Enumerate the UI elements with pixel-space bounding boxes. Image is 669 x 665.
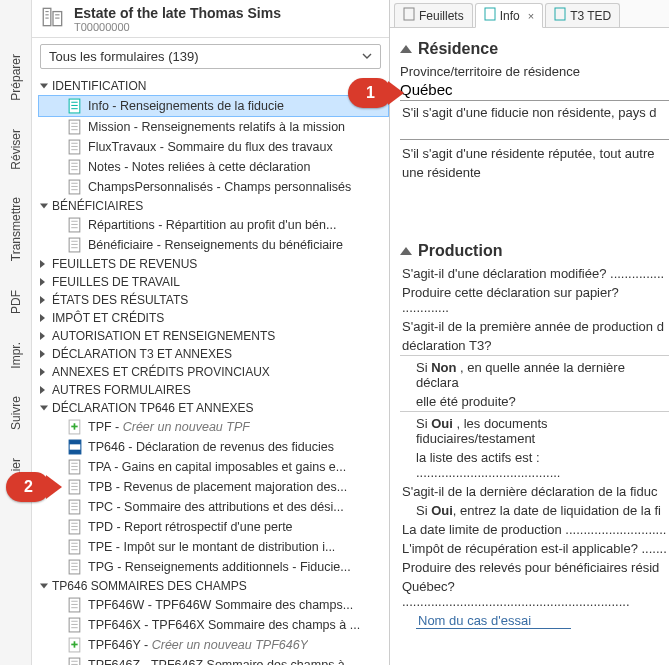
form-view: Feuillets Info × T3 TED Résidence Provin… (390, 0, 669, 665)
tree-item[interactable]: TPG - Renseignements additionnels - Fidu… (38, 557, 389, 577)
tree-section[interactable]: AUTRES FORMULAIRES (38, 381, 389, 399)
tree-section[interactable]: IMPÔT ET CRÉDITS (38, 309, 389, 327)
form-icon (68, 139, 82, 155)
chevron-up-icon (400, 45, 412, 53)
tree-item-label: TPC - Sommaire des attributions et des d… (88, 500, 344, 514)
form-icon (68, 597, 82, 613)
form-icon (68, 499, 82, 515)
sidebar-transmettre[interactable]: Transmettre (7, 193, 25, 265)
chevron-up-icon (400, 247, 412, 255)
close-icon[interactable]: × (528, 10, 534, 22)
tree-section[interactable]: DÉCLARATION TP646 ET ANNEXES (38, 399, 389, 417)
tree-item[interactable]: Répartitions - Répartition au profit d'u… (38, 215, 389, 235)
file-subtitle: T00000000 (74, 21, 281, 33)
sidebar-impr[interactable]: Impr. (7, 338, 25, 373)
tree-section[interactable]: FEUILLETS DE REVENUS (38, 255, 389, 273)
q-releves-1: Produire des relevés pour bénéficiaires … (400, 560, 669, 575)
tree-section[interactable]: DÉCLARATION T3 ET ANNEXES (38, 345, 389, 363)
form-icon (68, 539, 82, 555)
test-case-input[interactable]: Nom du cas d'essai (416, 613, 571, 629)
form-icon (68, 559, 82, 575)
file-header: Estate of the late Thomas Sims T00000000 (32, 0, 389, 38)
form-icon (68, 237, 82, 253)
tree-section[interactable]: BÉNÉFICIAIRES (38, 197, 389, 215)
tree-item-label: TPF646W - TPF646W Sommaire des champs... (88, 598, 353, 612)
tree-item-label: Notes - Notes reliées à cette déclaratio… (88, 160, 310, 174)
tree-item[interactable]: TPD - Report rétrospectif d'une perte (38, 517, 389, 537)
tree-item[interactable]: TPF - Créer un nouveau TPF (38, 417, 389, 437)
form-icon (68, 179, 82, 195)
q-liquidation: Si Oui, entrez la date de liquidation de… (400, 503, 669, 518)
tree-item[interactable]: TPB - Revenus de placement majoration de… (38, 477, 389, 497)
callout-marker-1: 1 (348, 78, 392, 108)
q-first-year-1: S'agit-il de la première année de produc… (400, 319, 669, 334)
sidebar-reviser[interactable]: Réviser (7, 125, 25, 174)
tab-feuillets[interactable]: Feuillets (394, 3, 473, 27)
form-icon (68, 657, 82, 665)
tree-item-label: Mission - Renseignements relatifs à la m… (88, 120, 345, 134)
tree-item-label: TPA - Gains en capital imposables et gai… (88, 460, 346, 474)
tree-item[interactable]: FluxTravaux - Sommaire du flux des trava… (38, 137, 389, 157)
q-modified: S'agit-il d'une déclaration modifiée? ..… (400, 266, 669, 281)
q-deadline: La date limite de production ...........… (400, 522, 669, 537)
form-icon (68, 519, 82, 535)
q-recuperation: L'impôt de récupération est-il applicabl… (400, 541, 669, 556)
document-tabs: Feuillets Info × T3 TED (390, 0, 669, 28)
tree-item[interactable]: TPE - Impôt sur le montant de distributi… (38, 537, 389, 557)
form-icon (68, 439, 82, 455)
svg-rect-0 (43, 8, 51, 25)
tab-info[interactable]: Info × (475, 3, 543, 28)
blank-underline[interactable] (400, 124, 669, 140)
form-icon (68, 479, 82, 495)
tree-item[interactable]: ChampsPersonnalisés - Champs personnalis… (38, 177, 389, 197)
tree-item-label: Répartitions - Répartition au profit d'u… (88, 218, 336, 232)
label-nonresident: S'il s'agit d'une fiducie non résidente,… (400, 105, 669, 120)
forms-tree[interactable]: IDENTIFICATIONInfo - Renseignements de l… (32, 75, 389, 665)
tree-item[interactable]: TPF646X - TPF646X Sommaire des champs à … (38, 615, 389, 635)
tree-item[interactable]: Mission - Renseignements relatifs à la m… (38, 117, 389, 137)
tree-item-label: ChampsPersonnalisés - Champs personnalis… (88, 180, 351, 194)
label-province: Province/territoire de résidence (400, 64, 669, 79)
value-province[interactable]: Québec (400, 79, 669, 101)
tree-section[interactable]: ÉTATS DES RÉSULTATS (38, 291, 389, 309)
tree-section[interactable]: ANNEXES ET CRÉDITS PROVINCIAUX (38, 363, 389, 381)
section-production[interactable]: Production (400, 242, 669, 260)
q-releves-2: Québec? ................................… (400, 579, 669, 609)
forms-filter-dropdown[interactable]: Tous les formulaires (139) (40, 44, 381, 69)
form-icon (68, 459, 82, 475)
tree-section[interactable]: IDENTIFICATION (38, 77, 389, 95)
tree-item[interactable]: Notes - Notes reliées à cette déclaratio… (38, 157, 389, 177)
callout-marker-2: 2 (32, 472, 50, 502)
main-area: Estate of the late Thomas Sims T00000000… (32, 0, 669, 665)
sidebar-preparer[interactable]: Préparer (7, 50, 25, 105)
q-paper: Produire cette déclaration sur papier? .… (400, 285, 669, 315)
building-icon (40, 4, 66, 33)
section-residence[interactable]: Résidence (400, 40, 669, 58)
form-icon (68, 159, 82, 175)
tree-item-label: TPD - Report rétrospectif d'une perte (88, 520, 293, 534)
tree-section[interactable]: FEUILLES DE TRAVAIL (38, 273, 389, 291)
tree-item[interactable]: TPF646W - TPF646W Sommaire des champs... (38, 595, 389, 615)
tree-item[interactable]: TPF646Z - TPF646Z Sommaire des champs à … (38, 655, 389, 665)
tree-item-label: FluxTravaux - Sommaire du flux des trava… (88, 140, 333, 154)
sidebar-suivre[interactable]: Suivre (7, 392, 25, 434)
tree-section[interactable]: AUTORISATION ET RENSEIGNEMENTS (38, 327, 389, 345)
tab-t3ted[interactable]: T3 TED (545, 3, 620, 27)
tree-item[interactable]: TPA - Gains en capital imposables et gai… (38, 457, 389, 477)
label-reputee-1: S'il s'agit d'une résidente réputée, tou… (400, 146, 669, 161)
form-icon (68, 617, 82, 633)
svg-rect-9 (555, 8, 565, 20)
tree-section[interactable]: TP646 SOMMAIRES DES CHAMPS (38, 577, 389, 595)
sidebar-pdf[interactable]: PDF (7, 286, 25, 318)
tree-item[interactable]: Bénéficiaire - Renseignements du bénéfic… (38, 235, 389, 255)
tree-item-label: Info - Renseignements de la fiducie (88, 99, 284, 113)
tree-item-label: TPF - Créer un nouveau TPF (88, 420, 250, 434)
tree-item-label: Bénéficiaire - Renseignements du bénéfic… (88, 238, 343, 252)
tree-item[interactable]: TP646 - Déclaration de revenus des fiduc… (38, 437, 389, 457)
tree-item[interactable]: TPF646Y - Créer un nouveau TPF646Y (38, 635, 389, 655)
tree-item-selected[interactable]: Info - Renseignements de la fiducie (38, 95, 389, 117)
tree-item[interactable]: TPC - Sommaire des attributions et des d… (38, 497, 389, 517)
document-icon (403, 7, 415, 24)
tree-item-label: TP646 - Déclaration de revenus des fiduc… (88, 440, 334, 454)
q-if-oui-docs: Si Oui , les documents fiduciaires/testa… (400, 416, 669, 446)
